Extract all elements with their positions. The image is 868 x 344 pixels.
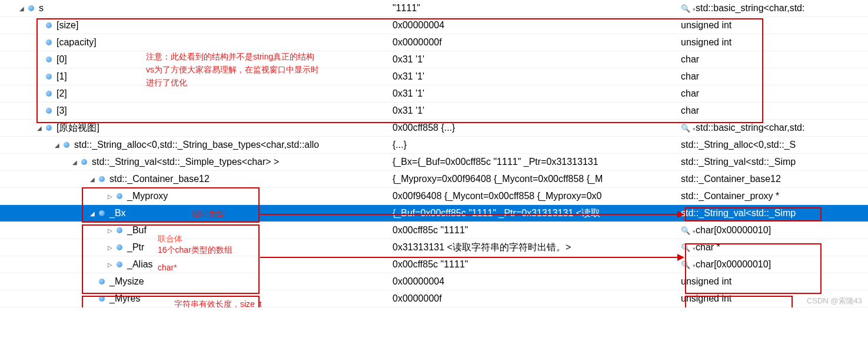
value-text: 0x00000004 (393, 20, 444, 30)
expand-open-icon[interactable]: ◢ (35, 124, 44, 132)
tree-row[interactable]: ▷_Myproxy0x00f96408 {_Mycont=0x00cff858 … (0, 188, 868, 205)
value-column: 0x31 '1' (393, 71, 681, 82)
expand-open-icon[interactable]: ◢ (88, 209, 97, 217)
type-column: 🔍▾char[0x00000010] (681, 225, 868, 236)
tree-row[interactable]: _Myres0x0000000funsigned int (0, 290, 868, 307)
variable-icon (115, 226, 124, 234)
tree-row[interactable]: _Mysize0x00000004unsigned int (0, 273, 868, 290)
variable-icon (98, 277, 106, 286)
expand-open-icon[interactable]: ◢ (88, 175, 97, 183)
type-column: unsigned int (681, 276, 868, 287)
name-column: ▷_Myproxy (0, 191, 393, 201)
arrow-2 (260, 257, 683, 258)
note-1: 注意：此处看到的结构并不是string真正的结构 (146, 52, 314, 62)
type-column: std::_String_val<std::_Simp (681, 157, 868, 167)
type-text: std::_String_val<std::_Simp (681, 157, 796, 167)
tree-row[interactable]: ◢std::_Container_base12{_Myproxy=0x00f96… (0, 171, 868, 188)
expand-none (88, 277, 97, 286)
value-column: {_Myproxy=0x00f96408 {_Mycont=0x00cff858… (393, 174, 681, 184)
value-text: "1111" (393, 3, 420, 13)
tree-row[interactable]: [3]0x31 '1'char (0, 102, 868, 120)
variable-name: std::_String_val<std::_Simple_types<char… (92, 157, 279, 167)
expand-none (88, 295, 97, 303)
type-column: std::_String_val<std::_Simp (681, 208, 868, 219)
visualizer-icon[interactable]: 🔍 (681, 243, 690, 252)
variable-name: [capacity] (56, 37, 97, 48)
annot-ptr: char* (158, 263, 177, 272)
variable-icon (45, 107, 53, 115)
type-text: unsigned int (681, 276, 731, 286)
type-text: std::_Container_proxy * (681, 191, 779, 201)
tree-row[interactable]: ▷_Ptr0x31313131 <读取字符串的字符时出错。>🔍▾char * (0, 239, 868, 256)
tree-row[interactable]: ◢[原始视图]0x00cff858 {...}🔍▾std::basic_stri… (0, 120, 868, 137)
variable-name: [2] (56, 88, 67, 99)
value-column: 0x31313131 <读取字符串的字符时出错。> (393, 242, 681, 254)
type-column: char (681, 71, 868, 82)
variable-icon (115, 260, 124, 269)
visualizer-icon[interactable]: 🔍 (681, 260, 690, 269)
expand-open-icon[interactable]: ◢ (53, 141, 61, 149)
value-text: {_Bx={_Buf=0x00cff85c "1111" _Ptr=0x3131… (393, 157, 598, 167)
variable-icon (98, 209, 106, 217)
expand-closed-icon[interactable]: ▷ (106, 260, 114, 269)
annot-bx: 联合体 (158, 234, 182, 244)
tree-row[interactable]: ◢std::_String_alloc<0,std::_String_base_… (0, 137, 868, 154)
value-text: 0x31313131 <读取字符串的字符时出错。> (393, 242, 571, 252)
type-text: std::_Container_base12 (681, 174, 781, 184)
name-column: ◢std::_Container_base12 (0, 174, 393, 184)
value-text: 0x00000004 (393, 276, 444, 286)
variable-icon (62, 141, 71, 149)
variable-icon (98, 295, 106, 303)
tree-row[interactable]: ◢s"1111"🔍▾std::basic_string<char,std: (0, 0, 868, 17)
expand-closed-icon[interactable]: ▷ (106, 243, 114, 252)
variable-name: s (39, 3, 44, 14)
value-text: 0x00cff85c "1111" (393, 225, 468, 235)
visualizer-icon[interactable]: 🔍 (681, 124, 690, 133)
note-2: vs为了方便大家容易理解，在监视窗口中显示时 (146, 65, 319, 75)
value-column: 0x0000000f (393, 293, 681, 304)
variable-name: [size] (56, 20, 78, 31)
type-text: unsigned int (681, 20, 731, 30)
type-column: 🔍▾char[0x00000010] (681, 259, 868, 270)
annot-buf: 16个char类型的数组 (158, 245, 232, 256)
tree-row[interactable]: [size]0x00000004unsigned int (0, 17, 868, 34)
type-column: unsigned int (681, 37, 868, 48)
value-column: 0x00cff85c "1111" (393, 259, 681, 270)
visualizer-icon[interactable]: 🔍 (681, 226, 690, 235)
value-column: {_Buf=0x00cff85c "1111" _Ptr=0x31313131 … (393, 207, 681, 220)
tree-row[interactable]: [1]0x31 '1'char (0, 68, 868, 85)
value-text: {_Myproxy=0x00f96408 {_Mycont=0x00cff858… (393, 174, 603, 184)
tree-row[interactable]: [0]0x31 '1'char (0, 51, 868, 68)
name-column: ▷_Buf (0, 225, 393, 236)
value-text: 0x31 '1' (393, 54, 424, 64)
tree-row[interactable]: [capacity]0x0000000funsigned int (0, 34, 868, 51)
arrow-1 (260, 214, 683, 215)
expand-open-icon[interactable]: ◢ (18, 4, 26, 12)
value-column: {_Bx={_Buf=0x00cff85c "1111" _Ptr=0x3131… (393, 157, 681, 167)
name-column: [3] (0, 105, 393, 116)
tree-row[interactable]: [2]0x31 '1'char (0, 85, 868, 102)
variable-name: std::_Container_base12 (109, 174, 209, 184)
expand-closed-icon[interactable]: ▷ (106, 192, 114, 200)
type-column: std::_String_alloc<0,std::_S (681, 140, 868, 150)
variable-icon (45, 21, 53, 29)
value-column: 0x00cff85c "1111" (393, 225, 681, 236)
expand-open-icon[interactable]: ◢ (71, 158, 79, 166)
expand-none (35, 55, 44, 64)
type-text: char (681, 54, 699, 64)
annot-myproxy: 指针类型 (192, 209, 225, 220)
tree-row[interactable]: ◢std::_String_val<std::_Simple_types<cha… (0, 154, 868, 171)
visualizer-icon[interactable]: 🔍 (681, 4, 690, 13)
variable-icon (27, 4, 35, 12)
value-column: 0x00cff858 {...} (393, 123, 681, 133)
type-text: unsigned int (681, 293, 731, 303)
name-column: ◢std::_String_val<std::_Simple_types<cha… (0, 157, 393, 167)
tree-row[interactable]: ▷_Alias0x00cff85c "1111"🔍▾char[0x0000001… (0, 256, 868, 273)
name-column: ◢s (0, 3, 393, 14)
value-text: 0x31 '1' (393, 105, 424, 115)
expand-closed-icon[interactable]: ▷ (106, 226, 114, 234)
name-column: [2] (0, 88, 393, 99)
tree-row[interactable]: ▷_Buf0x00cff85c "1111"🔍▾char[0x00000010] (0, 222, 868, 239)
variable-name: _Mysize (109, 276, 144, 287)
type-text: char[0x00000010] (696, 225, 771, 235)
